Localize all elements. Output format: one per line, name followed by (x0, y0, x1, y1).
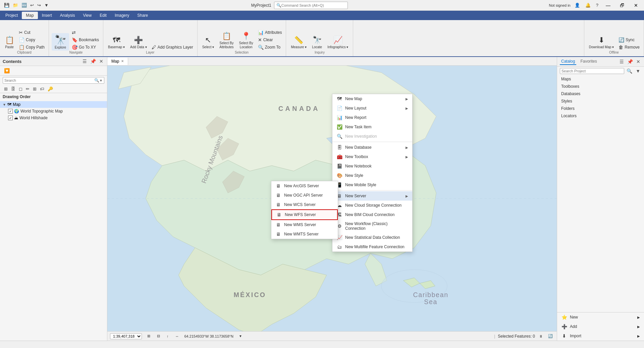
attributes-button[interactable]: 📊 Attributes (257, 29, 283, 36)
catalog-item-folders[interactable]: Folders (557, 105, 644, 112)
coord-dropdown[interactable]: ▼ (237, 334, 244, 339)
new-bim-cloud-item[interactable]: 🏗 New BIM Cloud Connection (332, 210, 412, 219)
copy-path-button[interactable]: 📋 Copy Path (17, 44, 46, 51)
new-wcs-server-item[interactable]: 🖥 New WCS Server (271, 200, 338, 209)
catalog-item-databases[interactable]: Databases (557, 90, 644, 97)
new-database-item[interactable]: 🗄 New Database ▶ (332, 143, 412, 152)
menu-tab-view[interactable]: View (79, 12, 96, 19)
new-task-item[interactable]: ✅ New Task Item (332, 122, 412, 132)
map-tab-close[interactable]: ✕ (121, 59, 124, 63)
select-by-location-button[interactable]: 📍 Select ByLocation (237, 30, 255, 51)
catalog-search-button[interactable]: 🔍 (626, 68, 633, 74)
layer-btn-3[interactable]: ◻ (17, 86, 24, 92)
bookmarks-button[interactable]: 🔖 Bookmarks (70, 37, 100, 43)
menu-tab-map[interactable]: Map (22, 12, 38, 19)
undo-button[interactable]: ↩ (29, 2, 35, 8)
redo-button[interactable]: ↪ (36, 2, 42, 8)
catalog-search-options[interactable]: ▼ (635, 68, 641, 74)
goto-xy-button[interactable]: 🎯 Go To XY (70, 44, 100, 51)
new-action-item[interactable]: ⭐ New ▶ (557, 312, 644, 322)
world-hillshade-checkbox[interactable]: ✓ (8, 116, 13, 120)
new-arcgis-server-item[interactable]: 🖥 New ArcGIS Server (271, 181, 338, 191)
contents-close-button[interactable]: ✕ (98, 58, 104, 64)
menu-tab-share[interactable]: Share (133, 12, 152, 19)
grid-button[interactable]: ⊟ (156, 333, 161, 339)
explore-button[interactable]: 🔭 Explore (52, 33, 69, 51)
scale-lock-button[interactable]: ⊞ (146, 333, 152, 339)
select-button[interactable]: ↖ Select ▾ (200, 34, 216, 51)
new-button[interactable]: 🆕 (20, 2, 28, 8)
map-tab[interactable]: Map ✕ (107, 58, 128, 65)
minimize-button[interactable]: — (602, 1, 614, 9)
catalog-search-input[interactable] (560, 68, 624, 74)
new-wmts-server-item[interactable]: 🖥 New WMTS Server (271, 229, 338, 239)
rotation-button[interactable]: ↔ (174, 334, 180, 339)
measure-button[interactable]: 📏 Measure ▾ (289, 34, 309, 51)
help-button[interactable]: ? (595, 2, 600, 8)
qat-dropdown[interactable]: ▼ (43, 2, 50, 8)
layer-btn-4[interactable]: ✏ (24, 86, 31, 92)
world-topographic-item[interactable]: ✓ 🌍 World Topographic Map (0, 108, 107, 115)
menu-tab-analysis[interactable]: Analysis (56, 12, 79, 19)
layer-btn-1[interactable]: ⊞ (3, 86, 9, 92)
scale-select[interactable]: 1:39,407,318 (110, 333, 142, 339)
menu-tab-edit[interactable]: Edit (96, 12, 111, 19)
catalog-item-toolboxes[interactable]: Toolboxes (557, 83, 644, 90)
open-button[interactable]: 📁 (11, 2, 19, 8)
server-submenu[interactable]: 🖥 New ArcGIS Server 🖥 New OGC API Server… (271, 181, 338, 239)
select-by-attributes-button[interactable]: 📋 Select ByAttributes (217, 30, 235, 51)
favorites-tab[interactable]: Favorites (579, 58, 598, 65)
catalog-item-locators[interactable]: Locators (557, 112, 644, 120)
new-wms-server-item[interactable]: 🖥 New WMS Server (271, 220, 338, 229)
new-server-item[interactable]: 🖥 New Server ▶ (332, 191, 412, 201)
remove-button[interactable]: 🗑 Remove (617, 44, 641, 51)
map-layer-item[interactable]: ▼ 🗺 Map (0, 101, 107, 108)
contents-pin-button[interactable]: 📌 (89, 58, 97, 64)
basemap-button[interactable]: 🗺 Basemap ▾ (106, 34, 127, 51)
layer-btn-6[interactable]: 🏷 (39, 86, 46, 92)
new-ogc-api-item[interactable]: 🖥 New OGC API Server (271, 191, 338, 200)
new-style-item[interactable]: 🎨 New Style (332, 171, 412, 180)
paste-button[interactable]: 📋 Paste (3, 34, 16, 51)
add-graphics-button[interactable]: 🖊 Add Graphics Layer (150, 44, 195, 51)
add-data-button[interactable]: ➕ Add Data ▾ (128, 34, 149, 51)
maximize-button[interactable]: 🗗 (616, 1, 628, 9)
infographics-button[interactable]: 📈 Infographics ▾ (325, 34, 350, 51)
pause-button[interactable]: ⏸ (538, 334, 544, 339)
copy-button[interactable]: 📄 Copy (17, 37, 46, 43)
menu-tab-insert[interactable]: Insert (38, 12, 56, 19)
refresh-button[interactable]: 🔄 (547, 333, 554, 339)
new-notebook-item[interactable]: 📓 New Notebook (332, 161, 412, 171)
catalog-item-styles[interactable]: Styles (557, 97, 644, 105)
right-panel-menu[interactable]: ☰ (619, 59, 625, 65)
right-panel-pin[interactable]: 📌 (626, 59, 634, 65)
north-button[interactable]: ↑ (165, 334, 170, 339)
new-wfs-server-item[interactable]: 🖥 New WFS Server (271, 209, 338, 220)
locate-button[interactable]: 🔭 Locate (310, 34, 324, 51)
menu-tab-project[interactable]: Project (1, 12, 22, 19)
contents-search-dropdown[interactable]: ▼ (99, 79, 103, 82)
download-map-button[interactable]: ⬇ Download Map ▾ (587, 34, 616, 51)
command-search-input[interactable] (281, 3, 345, 7)
add-action-item[interactable]: ➕ Add ▶ (557, 322, 644, 331)
world-hillshade-item[interactable]: ✓ ⛰ World Hillshade (0, 115, 107, 121)
clear-button[interactable]: ✕ Clear (257, 37, 283, 43)
sync-button[interactable]: 🔄 Sync (617, 37, 641, 43)
cut-button[interactable]: ✂ Cut (17, 29, 46, 36)
new-report-item[interactable]: 📊 New Report (332, 113, 412, 122)
new-layout-item[interactable]: 📄 New Layout ▶ (332, 103, 412, 113)
import-action-item[interactable]: ⬇ Import ▶ (557, 331, 644, 341)
user-button[interactable]: 👤 (573, 2, 581, 8)
new-dropdown[interactable]: 🗺 New Map ▶ 📄 New Layout ▶ 📊 New Report … (332, 94, 413, 252)
layer-btn-5[interactable]: ⊞ (32, 86, 38, 92)
navigate-arrows[interactable]: ⇄ (70, 29, 100, 36)
notification-button[interactable]: 🔔 (584, 2, 592, 8)
new-map-item[interactable]: 🗺 New Map ▶ (332, 94, 412, 103)
contents-menu-button[interactable]: ☰ (82, 58, 88, 64)
catalog-item-maps[interactable]: Maps (557, 75, 644, 83)
close-button[interactable]: ✕ (631, 1, 641, 9)
catalog-tab[interactable]: Catalog (560, 58, 576, 65)
new-multifile-item[interactable]: 🗂 New Multifile Feature Connection (332, 242, 412, 252)
world-topographic-checkbox[interactable]: ✓ (8, 109, 13, 114)
new-statistical-item[interactable]: 📈 New Statistical Data Collection (332, 233, 412, 242)
